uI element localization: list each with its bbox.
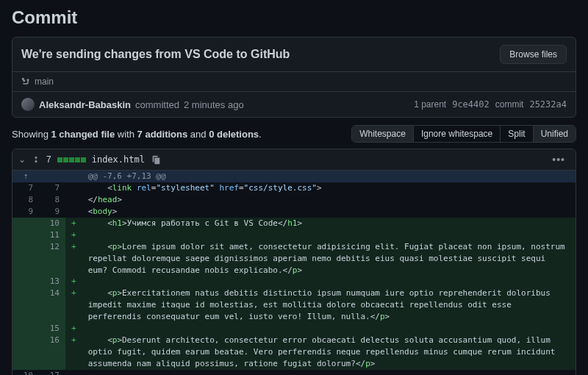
diff-line: 12+ <p>Lorem ipsum dolor sit amet, conse… [12, 241, 576, 276]
diff-line: 99<body> [12, 206, 576, 218]
chevron-down-icon[interactable]: ⌄ [18, 154, 26, 165]
diff-line: 13+ [12, 276, 576, 288]
browse-files-button[interactable]: Browse files [500, 45, 567, 64]
view-options: Whitespace Ignore whitespace Split Unifi… [351, 125, 576, 143]
diff-line: 16+ <p>Deserunt architecto, consectetur … [12, 335, 576, 370]
parent-sha[interactable]: 9ce4402 [452, 99, 490, 110]
commit-label: commit [495, 99, 524, 110]
whitespace-button[interactable]: Whitespace [352, 126, 414, 142]
committed-label: committed [135, 99, 179, 110]
commit-sha[interactable]: 25232a4 [529, 99, 567, 110]
commit-time: 2 minutes ago [184, 99, 244, 110]
branch-name[interactable]: main [35, 76, 54, 87]
diff-line: 14+ <p>Exercitationem natus debitis dist… [12, 288, 576, 323]
copy-icon[interactable] [151, 154, 161, 165]
kebab-menu-icon[interactable]: ••• [548, 154, 570, 165]
expand-up-icon[interactable]: ⇡ [24, 171, 29, 181]
diff-line: 15+ [12, 323, 576, 335]
hunk-header: ⇡ @@ -7,6 +7,13 @@ [12, 171, 576, 182]
unified-button[interactable]: Unified [534, 126, 576, 142]
diff-table: ⇡ @@ -7,6 +7,13 @@ 77 <link rel="stylesh… [12, 171, 576, 375]
diff-line: 11+ [12, 229, 576, 241]
split-button[interactable]: Split [501, 126, 533, 142]
author-name[interactable]: Aleksandr-Babaskin [39, 99, 131, 110]
parent-label: 1 parent [414, 99, 446, 110]
filename[interactable]: index.html [92, 154, 145, 165]
git-branch-icon [21, 77, 30, 86]
diff-line: 1017 [12, 370, 576, 375]
diff-line: 10+ <h1>Учимся работать с Git в VS Code<… [12, 218, 576, 229]
diff-file: ⌄ 7 index.html ••• ⇡ @@ -7,6 +7,13 @@ 77 [12, 149, 576, 375]
commit-title: We're sending changes from VS Code to Gi… [21, 48, 290, 61]
expand-all-icon[interactable] [32, 155, 40, 164]
diff-summary: Showing 1 changed file with 7 additions … [12, 129, 262, 140]
diff-line: 88</head> [12, 194, 576, 206]
ignore-whitespace-button[interactable]: Ignore whitespace [414, 126, 501, 142]
diff-stat-boxes [57, 157, 86, 162]
page-title: Commit [12, 7, 576, 28]
avatar[interactable] [21, 98, 35, 111]
diff-line: 77 <link rel="stylesheet" href="css/styl… [12, 182, 576, 194]
commit-details: We're sending changes from VS Code to Gi… [12, 37, 576, 118]
branch-row: main [12, 72, 576, 92]
changes-count: 7 [46, 154, 51, 165]
